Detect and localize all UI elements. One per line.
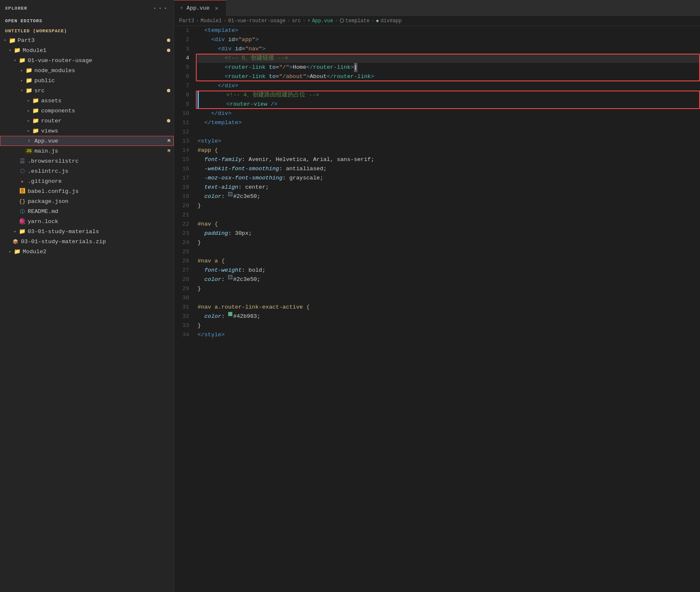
code-line-22: #nav { — [198, 220, 700, 229]
sidebar-item-src[interactable]: ▾ 📁 src — [0, 86, 174, 96]
breadcrumb-router-usage[interactable]: 01-vue-router-usage — [228, 18, 286, 24]
sidebar-tree: ▾ 📁 Part3 ▾ 📁 Module1 ▾ 📁 01-vue-router-… — [0, 35, 174, 592]
sidebar-item-browserslistrc[interactable]: ☰ .browserslistrc — [0, 156, 174, 166]
sidebar-item-main-js[interactable]: JS main.js M — [0, 146, 174, 156]
breadcrumb-app-vue[interactable]: App.vue — [312, 18, 333, 24]
sidebar-item-components[interactable]: ▸ 📁 components — [0, 106, 174, 116]
breadcrumb-template[interactable]: template — [346, 18, 370, 24]
code-lines[interactable]: <template> <div id="app"> <div id="nav">… — [194, 26, 700, 592]
chevron-down-icon: ▾ — [18, 88, 25, 93]
code-line-15: font-family: Avenir, Helvetica, Arial, s… — [198, 155, 700, 164]
code-line-14: #app { — [198, 146, 700, 155]
breadcrumb-src[interactable]: src — [292, 18, 301, 24]
code-line-1: <template> — [198, 26, 700, 35]
sidebar-item-label: components — [41, 108, 174, 114]
code-line-32: color: #42b983; — [198, 312, 700, 321]
sidebar-item-eslintrc[interactable]: ⬡ .eslintrc.js — [0, 166, 174, 176]
sidebar-item-label: package.json — [28, 198, 174, 205]
sidebar-item-views[interactable]: ▸ 📁 views — [0, 126, 174, 136]
modified-badge — [167, 49, 170, 52]
line-num-12: 12 — [174, 127, 189, 137]
breadcrumb-module1[interactable]: Module1 — [200, 18, 221, 24]
folder-icon: 📁 — [25, 87, 33, 94]
list-icon: ☰ — [18, 158, 26, 165]
sidebar-item-gitignore[interactable]: ⬥ .gitignore — [0, 176, 174, 186]
folder-icon: 📁 — [25, 67, 33, 74]
sidebar-item-yarn-lock[interactable]: 🧶 yarn.lock — [0, 216, 174, 226]
sidebar-item-label: App.vue — [34, 138, 167, 144]
line-num-31: 31 — [174, 303, 189, 312]
more-options-icon[interactable]: ··· — [153, 4, 169, 13]
tab-bar: ⚡ App.vue ✕ — [174, 0, 700, 16]
sidebar-item-label: 03-01-study-materials.zip — [21, 239, 174, 245]
breadcrumb-vue-icon: ⚡ — [307, 18, 310, 24]
tab-app-vue[interactable]: ⚡ App.vue ✕ — [174, 0, 226, 16]
sidebar-item-public[interactable]: ▸ 📁 public — [0, 75, 174, 86]
sidebar-item-module1[interactable]: ▾ 📁 Module1 — [0, 45, 174, 55]
breadcrumb-div-app[interactable]: div#app — [381, 18, 402, 24]
code-line-20: } — [198, 201, 700, 210]
sidebar-item-router[interactable]: ▸ 📁 router — [0, 116, 174, 126]
sidebar-item-part3[interactable]: ▾ 📁 Part3 — [0, 35, 174, 45]
red-box-container-2: <!-- 4、创建路由组建的占位 --> <router-view /> — [198, 91, 700, 109]
sidebar-item-study-materials-zip[interactable]: 📦 03-01-study-materials.zip — [0, 236, 174, 247]
code-line-16: -webkit-font-smoothing: antialiased; — [198, 164, 700, 174]
line-num-4: 4 — [174, 54, 189, 63]
js-icon: JS — [25, 148, 33, 154]
breadcrumb-part3[interactable]: Part3 — [179, 18, 194, 24]
chevron-down-icon: ▾ — [12, 58, 18, 63]
sidebar-item-label: .gitignore — [28, 178, 174, 184]
line-num-10: 10 — [174, 109, 189, 118]
sidebar-item-label: router — [41, 118, 167, 124]
code-line-7: </div> — [198, 81, 700, 91]
sidebar-item-package-json[interactable]: {} package.json — [0, 196, 174, 206]
line-numbers: 1 2 3 4 5 6 7 8 9 10 11 12 13 14 15 16 1… — [174, 26, 194, 592]
line-num-27: 27 — [174, 266, 189, 275]
sidebar-item-01-vue-router-usage[interactable]: ▾ 📁 01-vue-router-usage — [0, 55, 174, 65]
code-line-25 — [198, 247, 700, 257]
sidebar-item-study-materials[interactable]: ▸ 📁 03-01-study-materials — [0, 226, 174, 236]
line-num-9: 9 — [174, 100, 189, 109]
sidebar-item-node-modules[interactable]: ▸ 📁 node_modules — [0, 65, 174, 75]
sidebar-item-babel-config[interactable]: 🅱 babel.config.js — [0, 186, 174, 196]
folder-icon: 📁 — [13, 47, 21, 54]
folder-icon: 📁 — [32, 127, 39, 134]
color-swatch-2c3e50 — [228, 192, 232, 196]
red-box-container-1: <!-- 5、创建链接 --> <router-link to="/">Home… — [198, 54, 700, 81]
code-line-18: text-align: center; — [198, 183, 700, 192]
workspace-label: UNTITLED (WORKSPACE) — [0, 27, 174, 35]
line-num-33: 33 — [174, 321, 189, 330]
sidebar-item-readme[interactable]: ⓘ README.md — [0, 206, 174, 216]
sidebar-item-label: Part3 — [18, 37, 167, 44]
color-swatch-2c3e50-2 — [228, 275, 232, 279]
editor-content[interactable]: 1 2 3 4 5 6 7 8 9 10 11 12 13 14 15 16 1… — [174, 26, 700, 592]
code-line-10: </div> — [198, 109, 700, 118]
line-num-29: 29 — [174, 284, 189, 293]
chevron-right-icon: ▸ — [7, 249, 13, 254]
code-line-17: -moz-osx-font-smoothing: grayscale; — [198, 174, 700, 183]
vue-icon: ⚡ — [25, 138, 33, 144]
chevron-right-icon: ▸ — [18, 78, 25, 83]
line-num-28: 28 — [174, 275, 189, 284]
close-tab-icon[interactable]: ✕ — [213, 4, 220, 12]
sidebar-item-label: assets — [41, 98, 174, 104]
sidebar-item-assets[interactable]: ▸ 📁 assets — [0, 96, 174, 106]
line-num-6: 6 — [174, 72, 189, 81]
modified-badge — [167, 89, 170, 92]
sidebar-item-app-vue[interactable]: ⚡ App.vue M — [0, 136, 174, 146]
sidebar-item-module2[interactable]: ▸ 📁 Module2 — [0, 247, 174, 257]
tab-label: App.vue — [187, 5, 210, 11]
folder-icon: 📁 — [8, 37, 16, 44]
code-line-8: <!-- 4、创建路由组建的占位 --> — [198, 91, 700, 100]
open-editors-label: OPEN EDITORS — [0, 17, 174, 25]
code-line-3: <div id="nav"> — [198, 44, 700, 54]
sidebar-title: XPLORER — [5, 6, 27, 11]
editor-area: ⚡ App.vue ✕ Part3 › Module1 › 01-vue-rou… — [174, 0, 700, 592]
line-num-32: 32 — [174, 312, 189, 321]
blue-bar-9 — [198, 100, 199, 109]
code-line-33: } — [198, 321, 700, 330]
line-num-23: 23 — [174, 229, 189, 238]
line-num-24: 24 — [174, 238, 189, 247]
sidebar-item-label: node_modules — [34, 68, 174, 74]
breadcrumb-div-icon: ◈ — [376, 18, 379, 24]
